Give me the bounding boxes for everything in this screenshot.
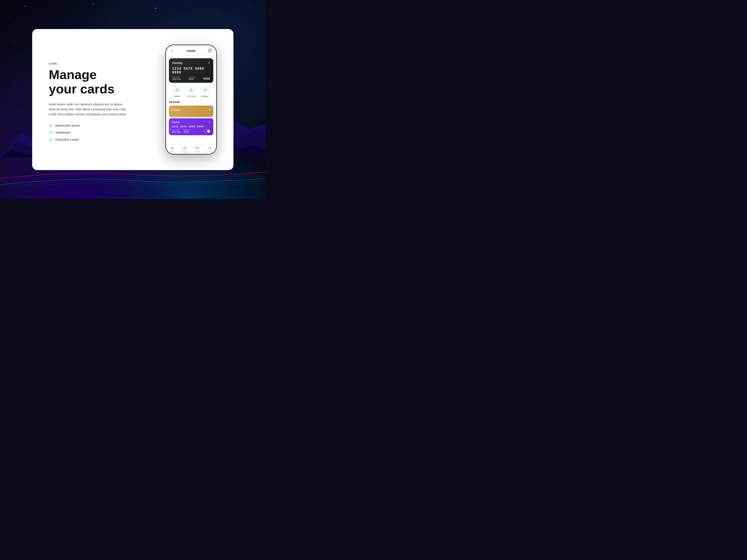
gold-card-nfc-icon — [207, 108, 210, 112]
list-item: Vestibulum — [49, 130, 153, 135]
lock-card-label: Lock Card — [187, 95, 195, 97]
purple-card-number: 1234 5678 9000 0000 — [172, 125, 210, 128]
card-brand-name: FluxPay — [172, 61, 183, 64]
card-expiry-info: Expiry Date 09/28 — [188, 76, 196, 80]
purple-card-brand-row: FluxPay — [172, 120, 210, 124]
card-expiry-value: 09/28 — [188, 78, 196, 80]
home-nav-icon — [170, 146, 174, 150]
title-line2: your cards — [49, 82, 114, 96]
card-toggle[interactable] — [204, 129, 210, 133]
lock-icon-wrapper — [187, 86, 195, 94]
gold-card-brand: FluxPay — [172, 109, 180, 111]
svg-point-7 — [249, 7, 249, 7]
gold-card-brand-row: FluxPay — [172, 108, 210, 112]
main-credit-card: FluxPay 1234 5678 9000 0000 — [169, 58, 213, 83]
feature-list: Malesuada Ipsum Vestibulum Parturient Lo… — [49, 124, 153, 142]
lock-icon — [189, 88, 193, 92]
card-holder-value: John Doe — [172, 78, 181, 80]
purple-card-nfc-icon — [207, 120, 210, 124]
svg-point-2 — [93, 4, 94, 5]
details-button[interactable]: Details — [173, 86, 181, 97]
nav-item-savings[interactable]: Savings — [180, 146, 190, 153]
card-action-buttons: Details Lock Card — [166, 83, 216, 99]
savings-nav-icon — [183, 146, 187, 150]
svg-point-35 — [209, 147, 211, 148]
nav-item-home[interactable]: Home — [167, 146, 177, 153]
svg-point-28 — [177, 89, 177, 89]
visa-logo: VISA — [203, 77, 210, 80]
purple-expiry-label: Expiry Date — [184, 129, 191, 131]
nav-item-account[interactable]: Account — [205, 146, 215, 153]
toggle-thumb — [207, 130, 210, 133]
list-item: Parturient Lorem — [49, 137, 153, 142]
purple-card[interactable]: FluxPay 1234 5678 9000 0000 — [169, 118, 213, 135]
svg-point-6 — [218, 14, 218, 15]
svg-point-3 — [124, 17, 125, 17]
details-icon — [175, 88, 179, 92]
check-icon-2 — [49, 130, 53, 135]
list-item-label: Malesuada Ipsum — [55, 124, 80, 127]
list-item: Malesuada Ipsum — [49, 124, 153, 128]
purple-card-expiry: Expiry Date 09/28 — [184, 129, 191, 133]
help-button[interactable]: ? — [207, 48, 212, 53]
phone-mockup-container: Cards ? FluxPay — [165, 45, 217, 155]
list-item-label: Vestibulum — [55, 131, 71, 134]
svg-point-14 — [238, 19, 239, 19]
back-button[interactable] — [170, 48, 175, 53]
purple-card-footer: Card Holder John Doe Expiry Date 09/28 — [172, 129, 210, 133]
settings-icon — [204, 88, 207, 92]
svg-rect-29 — [190, 90, 192, 91]
section-label: Cards — [49, 61, 153, 65]
svg-point-19 — [14, 41, 15, 42]
settings-button[interactable]: Settings — [201, 86, 209, 97]
svg-point-30 — [205, 89, 206, 91]
card-expiry-label: Expiry Date — [188, 76, 196, 78]
check-icon-1 — [49, 124, 53, 128]
phone-scrollable-content[interactable]: FluxPay 1234 5678 9000 0000 — [166, 55, 216, 144]
card-holder-label: Card Holder — [172, 76, 181, 78]
card-holder-info: Card Holder John Doe — [172, 76, 181, 80]
card-footer-row: Card Holder John Doe Expiry Date 09/28 V… — [172, 76, 210, 80]
svg-point-18 — [255, 37, 255, 37]
purple-card-info: Card Holder John Doe Expiry Date 09/28 — [172, 129, 191, 133]
nav-item-cards[interactable]: Cards — [192, 146, 202, 153]
svg-text:?: ? — [209, 50, 211, 52]
description-text: Amet minim mollit non deserunt ullamco e… — [49, 102, 128, 117]
gold-card[interactable]: FluxPay — [169, 106, 213, 117]
account-nav-icon — [208, 146, 212, 150]
svg-point-17 — [10, 17, 10, 17]
account-nav-label: Account — [207, 151, 213, 153]
all-cards-title: All Cards — [169, 101, 213, 104]
svg-point-8 — [41, 25, 42, 25]
svg-point-12 — [176, 21, 177, 21]
home-nav-label: Home — [170, 151, 175, 153]
cards-nav-label: Cards — [195, 151, 200, 153]
card-number: 1234 5678 9000 0000 — [172, 67, 210, 74]
svg-rect-32 — [196, 147, 199, 149]
svg-point-10 — [110, 23, 110, 23]
phone-frame: Cards ? FluxPay — [165, 45, 217, 155]
check-icon-3 — [49, 137, 53, 142]
svg-point-31 — [183, 146, 186, 150]
cards-nav-icon — [195, 146, 199, 150]
main-title: Manage your cards — [49, 68, 153, 96]
savings-nav-label: Savings — [182, 151, 188, 153]
phone-header: Cards ? — [166, 45, 216, 55]
purple-expiry-value: 09/28 — [184, 131, 191, 133]
lock-card-button[interactable]: Lock Card — [187, 86, 195, 97]
list-item-label: Parturient Lorem — [55, 138, 79, 141]
left-content: Cards Manage your cards Amet minim molli… — [49, 57, 153, 141]
main-content-card: Cards Manage your cards Amet minim molli… — [32, 29, 233, 170]
all-cards-section: All Cards FluxPay — [166, 99, 216, 135]
purple-card-holder: Card Holder John Doe — [172, 129, 181, 133]
svg-point-4 — [155, 8, 156, 9]
details-icon-wrapper — [173, 86, 181, 94]
svg-point-5 — [186, 3, 187, 3]
purple-holder-label: Card Holder — [172, 129, 181, 131]
phone-screen-title: Cards — [187, 49, 196, 52]
svg-point-1 — [58, 12, 58, 12]
details-label: Details — [174, 95, 180, 97]
card-brand-row: FluxPay — [172, 61, 210, 65]
settings-label: Settings — [202, 95, 209, 97]
settings-icon-wrapper — [201, 86, 209, 94]
